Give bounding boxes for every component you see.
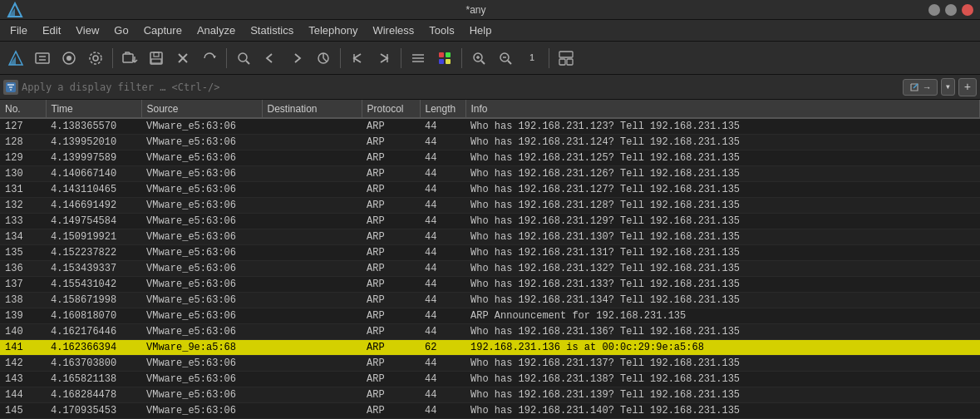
toolbar-prev-button[interactable] xyxy=(345,46,370,71)
toolbar-forward-button[interactable] xyxy=(284,46,309,71)
toolbar-find-button[interactable] xyxy=(231,46,256,71)
packet-src: VMware_e5:63:06 xyxy=(141,229,262,244)
table-row[interactable]: 1394.160818070VMware_e5:63:06ARP44ARP An… xyxy=(0,308,980,323)
table-row[interactable]: 1444.168284478VMware_e5:63:06ARP44Who ha… xyxy=(0,387,980,402)
packet-dst xyxy=(262,308,362,323)
toolbar-next-button[interactable] xyxy=(372,46,396,71)
svg-rect-44 xyxy=(567,59,573,65)
svg-line-25 xyxy=(323,58,327,62)
table-row[interactable]: 1364.153439337VMware_e5:63:06ARP44Who ha… xyxy=(0,260,980,276)
table-row[interactable]: 1344.150919921VMware_e5:63:06ARP44Who ha… xyxy=(0,229,980,244)
packet-proto: ARP xyxy=(362,339,420,355)
packet-src: VMware_e5:63:06 xyxy=(141,260,262,276)
filter-apply-button[interactable]: → xyxy=(903,79,938,96)
menu-item-tools[interactable]: Tools xyxy=(422,22,460,38)
toolbar-goto-button[interactable] xyxy=(311,46,336,71)
packet-src: VMware_e5:63:06 xyxy=(141,308,262,323)
packet-time: 4.160818070 xyxy=(46,308,141,323)
col-header-no[interactable]: No. xyxy=(0,100,46,118)
toolbar-coloring-button[interactable] xyxy=(432,46,457,71)
packet-src: VMware_e5:63:06 xyxy=(141,402,262,418)
table-row[interactable]: 1324.146691492VMware_e5:63:06ARP44Who ha… xyxy=(0,197,980,213)
table-row[interactable]: 1424.163703800VMware_e5:63:06ARP44Who ha… xyxy=(0,355,980,371)
menu-item-capture[interactable]: Capture xyxy=(137,22,189,38)
packet-proto: ARP xyxy=(362,308,420,323)
packet-time: 4.139997589 xyxy=(46,150,141,165)
table-row[interactable]: 1304.140667140VMware_e5:63:06ARP44Who ha… xyxy=(0,165,980,181)
menu-item-file[interactable]: File xyxy=(3,22,34,38)
col-header-source[interactable]: Source xyxy=(141,100,262,118)
packet-dst xyxy=(262,165,362,181)
toolbar-list-button[interactable] xyxy=(406,46,431,71)
toolbar-layout-button[interactable] xyxy=(554,46,579,71)
table-row[interactable]: 1434.165821138VMware_e5:63:06ARP44Who ha… xyxy=(0,371,980,387)
packet-dst xyxy=(262,213,362,229)
toolbar-save-button[interactable] xyxy=(144,46,169,71)
toolbar-zoom-in-button[interactable] xyxy=(466,46,491,71)
menu-item-edit[interactable]: Edit xyxy=(36,22,67,38)
table-row[interactable]: 1354.152237822VMware_e5:63:06ARP44Who ha… xyxy=(0,244,980,260)
col-header-length[interactable]: Length xyxy=(420,100,465,118)
packet-time: 4.149754584 xyxy=(46,213,141,229)
table-row[interactable]: 1314.143110465VMware_e5:63:06ARP44Who ha… xyxy=(0,181,980,197)
packet-proto: ARP xyxy=(362,244,420,260)
toolbar-back-button[interactable] xyxy=(258,46,283,71)
table-row[interactable]: 1414.162366394VMware_9e:a5:68ARP62192.16… xyxy=(0,339,980,355)
packet-src: VMware_e5:63:06 xyxy=(141,371,262,387)
maximize-button[interactable] xyxy=(945,4,957,16)
toolbar-logo-button[interactable] xyxy=(3,46,28,71)
table-row[interactable]: 1404.162176446VMware_e5:63:06ARP44Who ha… xyxy=(0,323,980,339)
filter-add-button[interactable]: + xyxy=(958,78,977,96)
toolbar-zoom-out-button[interactable] xyxy=(493,46,518,71)
packet-info: Who has 192.168.231.140? Tell 192.168.23… xyxy=(465,402,980,418)
wireshark-logo-icon xyxy=(7,2,23,18)
svg-rect-15 xyxy=(150,52,162,64)
packet-info: Who has 192.168.231.128? Tell 192.168.23… xyxy=(465,197,980,213)
menu-item-telephony[interactable]: Telephony xyxy=(302,22,364,38)
filter-input[interactable] xyxy=(22,81,899,93)
filter-bookmark-dropdown[interactable]: ▾ xyxy=(941,78,955,96)
toolbar-interface-button[interactable] xyxy=(30,46,55,71)
packet-src: VMware_e5:63:06 xyxy=(141,165,262,181)
packet-proto: ARP xyxy=(362,197,420,213)
col-header-time[interactable]: Time xyxy=(46,100,141,118)
svg-line-38 xyxy=(481,61,485,64)
table-row[interactable]: 1284.139952010VMware_e5:63:06ARP44Who ha… xyxy=(0,134,980,150)
packet-no: 133 xyxy=(0,213,46,229)
col-header-protocol[interactable]: Protocol xyxy=(362,100,420,118)
packet-list-container: No. Time Source Destination Protocol Len… xyxy=(0,100,980,419)
toolbar-settings-button[interactable] xyxy=(83,46,108,71)
menu-item-view[interactable]: View xyxy=(69,22,106,38)
packet-src: VMware_9e:a5:68 xyxy=(141,339,262,355)
packet-dst xyxy=(262,292,362,308)
col-header-destination[interactable]: Destination xyxy=(262,100,362,118)
toolbar-zoom-reset-button[interactable]: 1 xyxy=(520,46,544,71)
table-row[interactable]: 1374.155431042VMware_e5:63:06ARP44Who ha… xyxy=(0,276,980,292)
packet-dst xyxy=(262,260,362,276)
packet-no: 139 xyxy=(0,308,46,323)
table-row[interactable]: 1334.149754584VMware_e5:63:06ARP44Who ha… xyxy=(0,213,980,229)
table-row[interactable]: 1384.158671998VMware_e5:63:06ARP44Who ha… xyxy=(0,292,980,308)
table-row[interactable]: 1274.138365570VMware_e5:63:06ARP44Who ha… xyxy=(0,118,980,134)
toolbar-open-button[interactable] xyxy=(117,46,142,71)
menu-item-go[interactable]: Go xyxy=(107,22,135,38)
packet-no: 141 xyxy=(0,339,46,355)
minimize-button[interactable] xyxy=(928,4,940,16)
menu-item-wireless[interactable]: Wireless xyxy=(366,22,421,38)
menu-item-statistics[interactable]: Statistics xyxy=(244,22,300,38)
packet-proto: ARP xyxy=(362,292,420,308)
toolbar-sep-3 xyxy=(340,48,341,68)
toolbar-options-button[interactable] xyxy=(57,46,81,71)
packet-list-scroll[interactable]: No. Time Source Destination Protocol Len… xyxy=(0,100,980,419)
table-row[interactable]: 1454.170935453VMware_e5:63:06ARP44Who ha… xyxy=(0,402,980,418)
menu-item-analyze[interactable]: Analyze xyxy=(190,22,242,38)
toolbar-reload-button[interactable] xyxy=(197,46,222,71)
table-row[interactable]: 1294.139997589VMware_e5:63:06ARP44Who ha… xyxy=(0,150,980,165)
toolbar-close-button[interactable] xyxy=(170,46,195,71)
col-header-info[interactable]: Info xyxy=(465,100,980,118)
packet-dst xyxy=(262,181,362,197)
packet-no: 140 xyxy=(0,323,46,339)
menu-item-help[interactable]: Help xyxy=(463,22,499,38)
packet-info: Who has 192.168.231.127? Tell 192.168.23… xyxy=(465,181,980,197)
close-button[interactable] xyxy=(962,4,973,16)
